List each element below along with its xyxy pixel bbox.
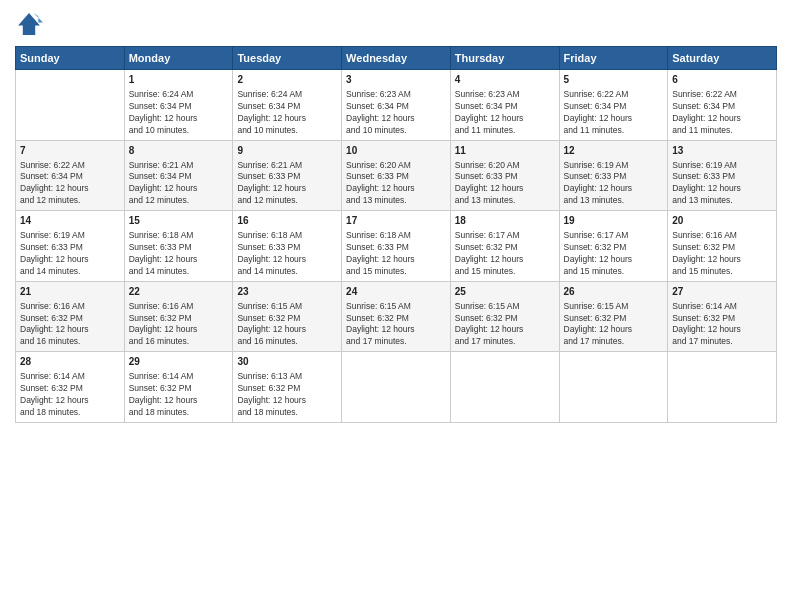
calendar-table: SundayMondayTuesdayWednesdayThursdayFrid…: [15, 46, 777, 423]
day-cell: 11Sunrise: 6:20 AM Sunset: 6:33 PM Dayli…: [450, 140, 559, 211]
col-header-monday: Monday: [124, 47, 233, 70]
day-number: 1: [129, 73, 229, 87]
day-cell: 12Sunrise: 6:19 AM Sunset: 6:33 PM Dayli…: [559, 140, 668, 211]
day-number: 19: [564, 214, 664, 228]
col-header-wednesday: Wednesday: [342, 47, 451, 70]
day-number: 30: [237, 355, 337, 369]
week-row-4: 21Sunrise: 6:16 AM Sunset: 6:32 PM Dayli…: [16, 281, 777, 352]
header-row: SundayMondayTuesdayWednesdayThursdayFrid…: [16, 47, 777, 70]
day-cell: 2Sunrise: 6:24 AM Sunset: 6:34 PM Daylig…: [233, 70, 342, 141]
day-cell: 13Sunrise: 6:19 AM Sunset: 6:33 PM Dayli…: [668, 140, 777, 211]
day-info: Sunrise: 6:19 AM Sunset: 6:33 PM Dayligh…: [20, 230, 120, 278]
day-number: 29: [129, 355, 229, 369]
day-cell: 6Sunrise: 6:22 AM Sunset: 6:34 PM Daylig…: [668, 70, 777, 141]
day-number: 24: [346, 285, 446, 299]
week-row-3: 14Sunrise: 6:19 AM Sunset: 6:33 PM Dayli…: [16, 211, 777, 282]
day-number: 23: [237, 285, 337, 299]
day-cell: 24Sunrise: 6:15 AM Sunset: 6:32 PM Dayli…: [342, 281, 451, 352]
day-number: 26: [564, 285, 664, 299]
day-number: 13: [672, 144, 772, 158]
day-cell: 19Sunrise: 6:17 AM Sunset: 6:32 PM Dayli…: [559, 211, 668, 282]
day-cell: 18Sunrise: 6:17 AM Sunset: 6:32 PM Dayli…: [450, 211, 559, 282]
day-cell: 21Sunrise: 6:16 AM Sunset: 6:32 PM Dayli…: [16, 281, 125, 352]
day-cell: 20Sunrise: 6:16 AM Sunset: 6:32 PM Dayli…: [668, 211, 777, 282]
day-info: Sunrise: 6:19 AM Sunset: 6:33 PM Dayligh…: [564, 160, 664, 208]
day-info: Sunrise: 6:16 AM Sunset: 6:32 PM Dayligh…: [129, 301, 229, 349]
day-info: Sunrise: 6:17 AM Sunset: 6:32 PM Dayligh…: [455, 230, 555, 278]
day-number: 25: [455, 285, 555, 299]
day-info: Sunrise: 6:22 AM Sunset: 6:34 PM Dayligh…: [672, 89, 772, 137]
day-number: 3: [346, 73, 446, 87]
day-cell: 4Sunrise: 6:23 AM Sunset: 6:34 PM Daylig…: [450, 70, 559, 141]
day-info: Sunrise: 6:16 AM Sunset: 6:32 PM Dayligh…: [672, 230, 772, 278]
col-header-thursday: Thursday: [450, 47, 559, 70]
day-info: Sunrise: 6:15 AM Sunset: 6:32 PM Dayligh…: [564, 301, 664, 349]
day-info: Sunrise: 6:14 AM Sunset: 6:32 PM Dayligh…: [20, 371, 120, 419]
day-info: Sunrise: 6:22 AM Sunset: 6:34 PM Dayligh…: [564, 89, 664, 137]
logo: [15, 10, 47, 38]
day-cell: 9Sunrise: 6:21 AM Sunset: 6:33 PM Daylig…: [233, 140, 342, 211]
logo-icon: [15, 10, 43, 38]
day-number: 17: [346, 214, 446, 228]
day-number: 7: [20, 144, 120, 158]
col-header-sunday: Sunday: [16, 47, 125, 70]
day-info: Sunrise: 6:19 AM Sunset: 6:33 PM Dayligh…: [672, 160, 772, 208]
day-info: Sunrise: 6:23 AM Sunset: 6:34 PM Dayligh…: [346, 89, 446, 137]
day-number: 27: [672, 285, 772, 299]
day-number: 15: [129, 214, 229, 228]
day-info: Sunrise: 6:23 AM Sunset: 6:34 PM Dayligh…: [455, 89, 555, 137]
day-number: 6: [672, 73, 772, 87]
day-cell: 16Sunrise: 6:18 AM Sunset: 6:33 PM Dayli…: [233, 211, 342, 282]
day-cell: 30Sunrise: 6:13 AM Sunset: 6:32 PM Dayli…: [233, 352, 342, 423]
day-cell: [16, 70, 125, 141]
day-info: Sunrise: 6:18 AM Sunset: 6:33 PM Dayligh…: [129, 230, 229, 278]
day-info: Sunrise: 6:21 AM Sunset: 6:33 PM Dayligh…: [237, 160, 337, 208]
day-number: 8: [129, 144, 229, 158]
day-number: 22: [129, 285, 229, 299]
day-cell: 5Sunrise: 6:22 AM Sunset: 6:34 PM Daylig…: [559, 70, 668, 141]
day-cell: 10Sunrise: 6:20 AM Sunset: 6:33 PM Dayli…: [342, 140, 451, 211]
day-cell: 7Sunrise: 6:22 AM Sunset: 6:34 PM Daylig…: [16, 140, 125, 211]
day-cell: 15Sunrise: 6:18 AM Sunset: 6:33 PM Dayli…: [124, 211, 233, 282]
day-info: Sunrise: 6:14 AM Sunset: 6:32 PM Dayligh…: [129, 371, 229, 419]
day-info: Sunrise: 6:24 AM Sunset: 6:34 PM Dayligh…: [237, 89, 337, 137]
day-cell: 23Sunrise: 6:15 AM Sunset: 6:32 PM Dayli…: [233, 281, 342, 352]
day-info: Sunrise: 6:22 AM Sunset: 6:34 PM Dayligh…: [20, 160, 120, 208]
day-info: Sunrise: 6:20 AM Sunset: 6:33 PM Dayligh…: [346, 160, 446, 208]
week-row-1: 1Sunrise: 6:24 AM Sunset: 6:34 PM Daylig…: [16, 70, 777, 141]
day-cell: 8Sunrise: 6:21 AM Sunset: 6:34 PM Daylig…: [124, 140, 233, 211]
day-info: Sunrise: 6:13 AM Sunset: 6:32 PM Dayligh…: [237, 371, 337, 419]
day-cell: [668, 352, 777, 423]
day-cell: 17Sunrise: 6:18 AM Sunset: 6:33 PM Dayli…: [342, 211, 451, 282]
day-cell: 29Sunrise: 6:14 AM Sunset: 6:32 PM Dayli…: [124, 352, 233, 423]
day-number: 16: [237, 214, 337, 228]
day-number: 12: [564, 144, 664, 158]
day-info: Sunrise: 6:16 AM Sunset: 6:32 PM Dayligh…: [20, 301, 120, 349]
day-number: 2: [237, 73, 337, 87]
day-cell: 25Sunrise: 6:15 AM Sunset: 6:32 PM Dayli…: [450, 281, 559, 352]
day-info: Sunrise: 6:14 AM Sunset: 6:32 PM Dayligh…: [672, 301, 772, 349]
day-cell: [342, 352, 451, 423]
day-cell: [559, 352, 668, 423]
day-info: Sunrise: 6:24 AM Sunset: 6:34 PM Dayligh…: [129, 89, 229, 137]
day-number: 20: [672, 214, 772, 228]
day-cell: 3Sunrise: 6:23 AM Sunset: 6:34 PM Daylig…: [342, 70, 451, 141]
day-number: 5: [564, 73, 664, 87]
day-cell: 1Sunrise: 6:24 AM Sunset: 6:34 PM Daylig…: [124, 70, 233, 141]
week-row-2: 7Sunrise: 6:22 AM Sunset: 6:34 PM Daylig…: [16, 140, 777, 211]
day-cell: 22Sunrise: 6:16 AM Sunset: 6:32 PM Dayli…: [124, 281, 233, 352]
day-number: 10: [346, 144, 446, 158]
day-info: Sunrise: 6:17 AM Sunset: 6:32 PM Dayligh…: [564, 230, 664, 278]
day-number: 28: [20, 355, 120, 369]
day-number: 21: [20, 285, 120, 299]
day-info: Sunrise: 6:18 AM Sunset: 6:33 PM Dayligh…: [237, 230, 337, 278]
day-info: Sunrise: 6:18 AM Sunset: 6:33 PM Dayligh…: [346, 230, 446, 278]
day-info: Sunrise: 6:15 AM Sunset: 6:32 PM Dayligh…: [346, 301, 446, 349]
header: [15, 10, 777, 38]
day-number: 14: [20, 214, 120, 228]
day-number: 9: [237, 144, 337, 158]
day-info: Sunrise: 6:20 AM Sunset: 6:33 PM Dayligh…: [455, 160, 555, 208]
day-info: Sunrise: 6:15 AM Sunset: 6:32 PM Dayligh…: [455, 301, 555, 349]
svg-marker-0: [18, 13, 40, 35]
col-header-friday: Friday: [559, 47, 668, 70]
